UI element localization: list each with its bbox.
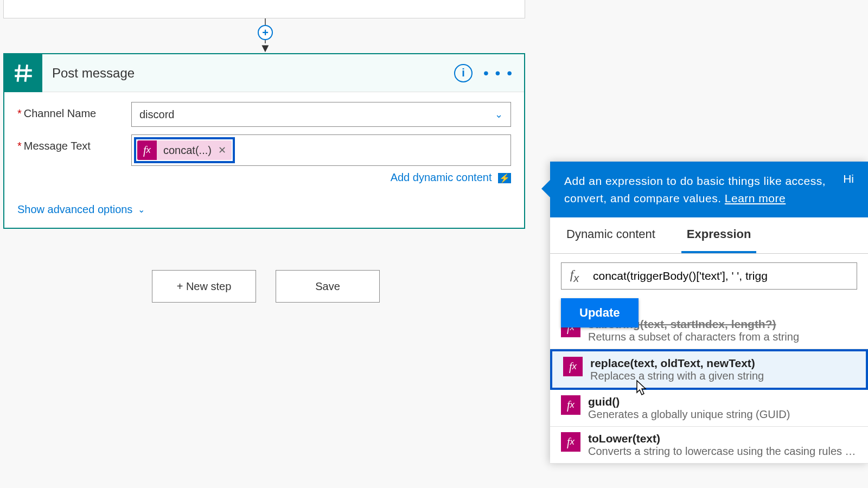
channel-name-label: *Channel Name — [17, 102, 131, 120]
tab-expression[interactable]: Expression — [681, 217, 757, 253]
function-desc: Generates a globally unique string (GUID… — [588, 408, 857, 421]
save-button[interactable]: Save — [276, 270, 380, 303]
add-step-icon[interactable]: + — [258, 25, 273, 40]
function-name: guid() — [588, 395, 857, 408]
flyout-caret-icon — [541, 180, 550, 197]
add-dynamic-content-link[interactable]: Add dynamic content ⚡ — [391, 171, 511, 183]
fx-icon: fx — [561, 395, 580, 415]
chevron-down-icon: ⌄ — [495, 108, 503, 120]
show-advanced-options-link[interactable]: Show advanced options ⌄ — [17, 203, 145, 216]
info-icon[interactable]: i — [454, 64, 473, 82]
message-text-input[interactable]: fx concat(...) ✕ — [131, 134, 511, 166]
function-item-guid[interactable]: fx guid() Generates a globally unique st… — [550, 390, 868, 427]
tab-dynamic-content[interactable]: Dynamic content — [561, 217, 661, 253]
expression-token-concat[interactable]: fx concat(...) ✕ — [137, 140, 232, 160]
function-desc: Returns a subset of characters from a st… — [588, 331, 857, 343]
channel-name-value: discord — [139, 108, 174, 121]
function-name: replace(text, oldText, newText) — [590, 357, 855, 370]
flyout-header-text: Add an expression to do basic things lik… — [564, 175, 826, 204]
expression-input-value: concat(triggerBody()['text'], ' ', trigg — [588, 269, 857, 282]
remove-token-icon[interactable]: ✕ — [218, 144, 226, 156]
action-card-post-message: Post message i • • • *Channel Name disco… — [3, 53, 525, 229]
function-list: fx substring(text, startIndex, length?) … — [550, 318, 868, 464]
hide-flyout-link[interactable]: Hi — [843, 172, 854, 207]
token-label: concat(...) — [157, 144, 218, 157]
function-item-tolower[interactable]: fx toLower(text) Converts a string to lo… — [550, 427, 868, 464]
arrow-down-icon: ▼ — [259, 44, 271, 52]
card-header[interactable]: Post message i • • • — [4, 54, 524, 92]
slack-hash-icon — [4, 54, 42, 92]
update-button[interactable]: Update — [561, 298, 639, 328]
fx-icon: fx — [137, 140, 157, 160]
expression-input[interactable]: fx concat(triggerBody()['text'], ' ', tr… — [561, 262, 857, 290]
card-title: Post message — [42, 66, 454, 81]
function-name: toLower(text) — [588, 432, 857, 445]
chevron-down-icon: ⌄ — [138, 204, 145, 215]
fx-icon: fx — [561, 432, 580, 452]
previous-action-card — [3, 0, 525, 18]
function-desc: Replaces a string with a given string — [590, 370, 855, 382]
dynamic-content-badge-icon: ⚡ — [498, 173, 511, 183]
dynamic-content-flyout: Add an expression to do basic things lik… — [550, 162, 868, 464]
new-step-button[interactable]: + New step — [152, 270, 256, 303]
function-desc: Converts a string to lowercase using the… — [588, 445, 857, 458]
fx-icon: fx — [563, 357, 583, 376]
message-text-label: *Message Text — [17, 134, 131, 152]
function-item-replace[interactable]: fx replace(text, oldText, newText) Repla… — [550, 349, 868, 390]
learn-more-link[interactable]: Learn more — [725, 192, 786, 204]
fx-icon: fx — [561, 267, 588, 285]
more-options-icon[interactable]: • • • — [483, 65, 513, 82]
channel-name-select[interactable]: discord ⌄ — [131, 102, 511, 127]
connector: + ▼ — [260, 18, 270, 53]
flyout-header: Add an expression to do basic things lik… — [550, 162, 868, 217]
